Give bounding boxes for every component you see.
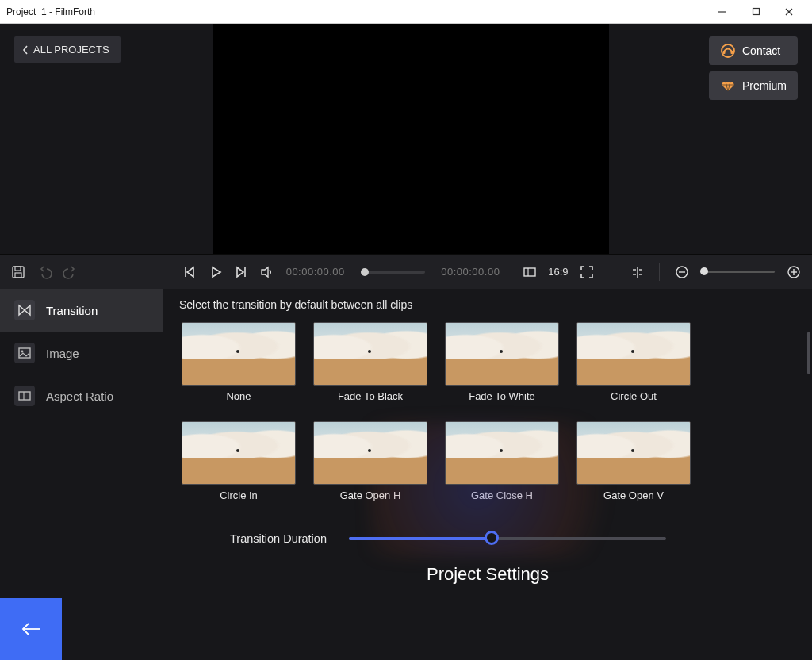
seek-slider[interactable] xyxy=(361,271,425,274)
minimize-button[interactable] xyxy=(706,0,739,24)
redo-icon[interactable] xyxy=(63,263,79,281)
zoom-slider[interactable] xyxy=(700,271,775,273)
volume-icon[interactable] xyxy=(260,263,275,281)
aspect-ratio-icon xyxy=(14,386,35,406)
prev-frame-icon[interactable] xyxy=(182,263,197,281)
window-title: Project_1 - FilmForth xyxy=(6,6,95,17)
sidebar-item-aspect-ratio[interactable]: Aspect Ratio xyxy=(0,374,163,417)
sidebar-item-transition[interactable]: Transition xyxy=(0,289,163,332)
page-title: Project Settings xyxy=(163,551,812,602)
sidebar-item-label: Aspect Ratio xyxy=(46,389,113,403)
transition-item-none[interactable]: None xyxy=(179,322,298,402)
transition-item-gate-open-h[interactable]: Gate Open H xyxy=(311,421,430,501)
svg-rect-6 xyxy=(730,51,733,54)
transition-item-fade-to-black[interactable]: Fade To Black xyxy=(311,322,430,402)
all-projects-label: ALL PROJECTS xyxy=(33,44,109,56)
contact-label: Contact xyxy=(742,44,780,57)
aspect-icon[interactable] xyxy=(522,263,537,281)
play-icon[interactable] xyxy=(208,263,223,281)
svg-rect-1 xyxy=(753,9,759,15)
transition-label: Gate Close H xyxy=(471,489,533,501)
transition-item-gate-open-v[interactable]: Gate Open V xyxy=(574,421,693,501)
svg-rect-10 xyxy=(15,273,21,278)
snap-icon[interactable] xyxy=(630,263,645,281)
sidebar-item-label: Image xyxy=(46,347,79,360)
svg-marker-13 xyxy=(213,267,220,277)
transition-icon xyxy=(14,300,35,320)
duration-slider[interactable] xyxy=(349,537,666,540)
transition-label: Gate Open V xyxy=(603,489,664,501)
transition-grid: None Fade To Black Fade To White Circle … xyxy=(163,319,812,509)
premium-label: Premium xyxy=(742,79,787,92)
svg-rect-5 xyxy=(722,51,725,54)
support-icon xyxy=(720,43,736,59)
duration-label: Transition Duration xyxy=(230,532,327,545)
svg-marker-30 xyxy=(25,305,30,315)
svg-marker-12 xyxy=(187,267,193,277)
transition-label: Fade To Black xyxy=(338,390,403,402)
transition-item-gate-close-h[interactable]: Gate Close H xyxy=(442,421,561,501)
arrow-left-icon xyxy=(20,621,42,637)
panel-hint: Select the transition by default between… xyxy=(163,289,812,319)
duration-row: Transition Duration xyxy=(163,516,812,551)
svg-rect-17 xyxy=(524,268,535,276)
video-preview[interactable] xyxy=(213,24,609,254)
svg-marker-16 xyxy=(262,267,268,277)
undo-icon[interactable] xyxy=(37,263,52,281)
close-button[interactable] xyxy=(772,0,806,24)
svg-marker-15 xyxy=(237,267,243,277)
aspect-label: 16:9 xyxy=(548,266,568,278)
transition-item-circle-out[interactable]: Circle Out xyxy=(574,322,693,402)
save-icon[interactable] xyxy=(11,263,26,281)
premium-button[interactable]: Premium xyxy=(709,71,798,100)
control-bar: 00:00:00.00 00:00:00.00 16:9 xyxy=(0,254,812,289)
titlebar: Project_1 - FilmForth xyxy=(0,0,812,24)
sidebar-item-label: Transition xyxy=(46,304,98,317)
transition-label: Circle In xyxy=(220,489,258,501)
transition-item-fade-to-white[interactable]: Fade To White xyxy=(442,322,561,402)
zoom-out-icon[interactable] xyxy=(674,263,689,281)
image-icon xyxy=(14,343,35,363)
transition-label: Gate Open H xyxy=(340,489,401,501)
svg-marker-7 xyxy=(722,82,734,91)
all-projects-button[interactable]: ALL PROJECTS xyxy=(14,36,121,63)
maximize-button[interactable] xyxy=(739,0,772,24)
time-total: 00:00:00.00 xyxy=(441,266,500,278)
transition-label: Circle Out xyxy=(611,390,657,402)
transition-item-circle-in[interactable]: Circle In xyxy=(179,421,298,501)
svg-point-32 xyxy=(21,351,24,353)
settings-content: Select the transition by default between… xyxy=(163,289,812,660)
time-current: 00:00:00.00 xyxy=(286,266,345,278)
next-frame-icon[interactable] xyxy=(234,263,249,281)
diamond-icon xyxy=(720,78,736,94)
preview-area: ALL PROJECTS Contact Premium xyxy=(0,24,812,254)
svg-rect-33 xyxy=(19,392,30,400)
back-button[interactable] xyxy=(0,598,62,660)
sidebar-item-image[interactable]: Image xyxy=(0,332,163,374)
transition-label: None xyxy=(226,390,251,402)
fullscreen-icon[interactable] xyxy=(580,263,595,281)
chevron-left-icon xyxy=(22,45,29,55)
svg-point-4 xyxy=(722,44,734,57)
svg-rect-9 xyxy=(15,267,21,271)
svg-rect-8 xyxy=(13,267,24,278)
transition-label: Fade To White xyxy=(469,390,535,402)
svg-rect-31 xyxy=(19,348,30,358)
contact-button[interactable]: Contact xyxy=(709,36,798,65)
zoom-in-icon[interactable] xyxy=(786,263,801,281)
